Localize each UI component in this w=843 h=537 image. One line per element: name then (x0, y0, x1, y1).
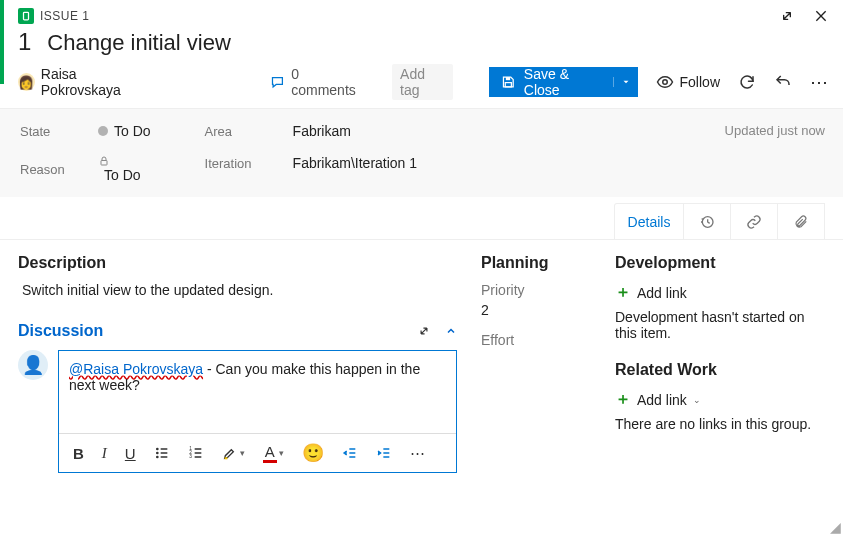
numbered-list-button[interactable]: 123 (188, 445, 204, 461)
highlight-button[interactable]: ▾ (222, 445, 245, 461)
tab-details[interactable]: Details (614, 203, 684, 239)
related-add-link-button[interactable]: ＋ Add link ⌄ (615, 389, 825, 410)
issue-type-icon (18, 8, 34, 24)
expand-discussion-icon[interactable] (417, 324, 431, 338)
dev-add-link-label: Add link (637, 285, 687, 301)
assignee-picker[interactable]: 👩 Raisa Pokrovskaya (18, 66, 152, 98)
save-close-button[interactable]: Save & Close (489, 66, 613, 98)
reason-value[interactable]: To Do (98, 155, 141, 183)
comment-editor[interactable]: @Raisa Pokrovskaya - Can you make this h… (58, 350, 457, 473)
more-actions-button[interactable]: ⋯ (810, 71, 829, 93)
save-dropdown-button[interactable] (613, 77, 637, 87)
follow-button[interactable]: Follow (656, 73, 720, 91)
avatar-icon: 👩 (18, 73, 35, 91)
iteration-value[interactable]: Fabrikam\Iteration 1 (293, 155, 418, 171)
assignee-name: Raisa Pokrovskaya (41, 66, 153, 98)
development-heading: Development (615, 254, 825, 272)
planning-heading: Planning (481, 254, 591, 272)
priority-label: Priority (481, 282, 591, 298)
svg-rect-2 (505, 83, 511, 87)
plus-icon: ＋ (615, 389, 631, 410)
mention-chip[interactable]: @Raisa Pokrovskaya (69, 361, 203, 377)
comments-count[interactable]: 0 comments (270, 66, 362, 98)
save-close-splitbutton: Save & Close (489, 67, 637, 97)
discussion-heading: Discussion (18, 322, 103, 340)
lock-icon (98, 155, 141, 167)
underline-button[interactable]: U (125, 445, 136, 462)
area-label: Area (205, 124, 275, 139)
reason-label: Reason (20, 162, 80, 177)
resize-grip-icon[interactable]: ◢ (830, 519, 841, 535)
follow-label: Follow (680, 74, 720, 90)
effort-label: Effort (481, 332, 591, 348)
description-heading: Description (18, 254, 457, 272)
iteration-label: Iteration (205, 156, 275, 171)
tab-links[interactable] (730, 203, 778, 239)
indent-button[interactable] (376, 445, 392, 461)
development-empty-text: Development hasn't started on this item. (615, 309, 825, 341)
related-heading: Related Work (615, 361, 825, 379)
work-item-title[interactable]: Change initial view (47, 30, 230, 56)
close-icon[interactable] (813, 8, 829, 24)
related-empty-text: There are no links in this group. (615, 416, 825, 432)
dev-add-link-button[interactable]: ＋ Add link (615, 282, 825, 303)
description-text[interactable]: Switch initial view to the updated desig… (22, 282, 457, 298)
current-user-avatar: 👤 (18, 350, 48, 380)
svg-point-8 (156, 456, 157, 457)
work-item-number: 1 (18, 28, 31, 56)
more-format-button[interactable]: ⋯ (410, 444, 425, 462)
state-label: State (20, 124, 80, 139)
tab-history[interactable] (683, 203, 731, 239)
svg-rect-0 (24, 12, 29, 20)
bold-button[interactable]: B (73, 445, 84, 462)
add-tag-button[interactable]: Add tag (392, 64, 453, 100)
state-dot-icon (98, 126, 108, 136)
state-value[interactable]: To Do (98, 123, 151, 139)
updated-timestamp: Updated just now (725, 123, 825, 138)
chevron-down-icon: ⌄ (693, 395, 701, 405)
font-color-button[interactable]: A▾ (263, 443, 284, 463)
svg-rect-1 (506, 77, 510, 80)
comments-text: 0 comments (291, 66, 362, 98)
plus-icon: ＋ (615, 282, 631, 303)
area-value[interactable]: Fabrikam (293, 123, 351, 139)
issue-type-label: ISSUE 1 (40, 9, 90, 23)
svg-point-3 (662, 80, 667, 85)
emoji-button[interactable]: 🙂 (302, 442, 324, 464)
related-add-link-label: Add link (637, 392, 687, 408)
comment-input[interactable]: @Raisa Pokrovskaya - Can you make this h… (59, 351, 456, 433)
priority-value[interactable]: 2 (481, 302, 591, 318)
bullet-list-button[interactable] (154, 445, 170, 461)
accent-bar (0, 0, 4, 84)
save-close-label: Save & Close (524, 66, 602, 98)
svg-point-6 (156, 448, 157, 449)
italic-button[interactable]: I (102, 445, 107, 462)
svg-rect-4 (101, 161, 107, 166)
collapse-discussion-icon[interactable] (445, 325, 457, 337)
outdent-button[interactable] (342, 445, 358, 461)
fullscreen-icon[interactable] (779, 8, 795, 24)
svg-point-7 (156, 452, 157, 453)
refresh-icon[interactable] (738, 73, 756, 91)
undo-icon[interactable] (774, 73, 792, 91)
tab-attachments[interactable] (777, 203, 825, 239)
svg-text:3: 3 (189, 454, 192, 459)
